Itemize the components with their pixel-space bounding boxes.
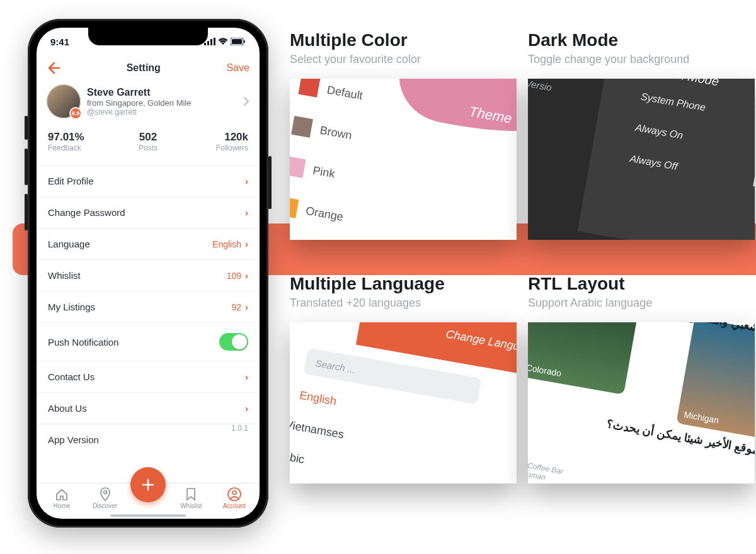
swatch-icon bbox=[291, 116, 313, 138]
user-icon bbox=[227, 487, 241, 501]
feature-multiple-language: Multiple Language Translated +20 languag… bbox=[290, 274, 523, 483]
row-label: Contact Us bbox=[48, 371, 94, 382]
preview-theme: Theme Default Brown Pink Orange bbox=[290, 79, 517, 240]
push-toggle[interactable] bbox=[219, 333, 248, 351]
avatar: 8.9 bbox=[47, 84, 81, 118]
page-title: Setting bbox=[127, 62, 161, 74]
nav-account[interactable]: Account bbox=[215, 487, 253, 509]
feature-dark-mode: Dark Mode Toggle change your background … bbox=[528, 30, 756, 240]
chevron-right-icon: › bbox=[245, 239, 248, 249]
feature-sub: Select your favourite color bbox=[290, 53, 523, 66]
chevron-right-icon: › bbox=[245, 371, 248, 382]
svg-rect-5 bbox=[232, 39, 242, 44]
row-label: Push Notification bbox=[48, 337, 119, 348]
profile-name: Steve Garrett bbox=[87, 87, 191, 98]
wifi-icon bbox=[218, 38, 228, 45]
profile-location: from Singapore, Golden Mile bbox=[87, 98, 191, 108]
profile-handle: @steve.garrett bbox=[87, 108, 191, 116]
lang-option-vietnamese[interactable]: Vietnamses bbox=[290, 418, 345, 441]
row-whislist[interactable]: Whislist 109› bbox=[37, 260, 260, 291]
app-header: Setting Save bbox=[37, 55, 260, 82]
svg-rect-6 bbox=[244, 40, 245, 43]
svg-rect-2 bbox=[210, 39, 212, 45]
theme-option-brown[interactable]: Brown bbox=[291, 116, 353, 145]
rtl-card-michigan[interactable]: Michigan bbox=[676, 322, 755, 444]
row-label: Whislist bbox=[48, 270, 81, 281]
save-button[interactable]: Save bbox=[227, 62, 249, 74]
feature-title: RTL Layout bbox=[528, 274, 756, 294]
pin-icon bbox=[100, 487, 111, 501]
svg-rect-0 bbox=[204, 43, 206, 45]
settings-list: Edit Profile › Change Password › Languag… bbox=[37, 166, 260, 455]
chevron-right-icon: › bbox=[245, 270, 248, 281]
row-label: My Listings bbox=[48, 302, 95, 312]
nav-home[interactable]: Home bbox=[43, 489, 81, 509]
row-language[interactable]: Language English› bbox=[37, 229, 260, 260]
swatch-icon bbox=[290, 196, 299, 218]
feature-sub: Translated +20 languages bbox=[290, 297, 523, 310]
swatch-icon bbox=[290, 156, 306, 178]
lang-option-english[interactable]: English bbox=[299, 388, 338, 408]
dark-side-labels: Font Versio bbox=[528, 79, 558, 101]
row-push-notification: Push Notification bbox=[37, 323, 260, 361]
stats-row: 97.01% Feedback 502 Posts 120k Followers bbox=[37, 126, 260, 166]
feature-title: Multiple Color bbox=[290, 30, 523, 50]
lang-title: Change Language bbox=[445, 327, 517, 356]
stat-posts: 502 Posts bbox=[115, 131, 181, 152]
nav-discover[interactable]: Discover bbox=[86, 487, 124, 509]
row-value: English bbox=[212, 239, 241, 249]
feature-title: Multiple Language bbox=[290, 274, 523, 294]
row-value: 109 bbox=[227, 271, 241, 281]
row-contact-us[interactable]: Contact Us › bbox=[37, 361, 260, 393]
stat-followers: 120k Followers bbox=[181, 131, 248, 152]
stat-feedback: 97.01% Feedback bbox=[48, 131, 115, 152]
profile-row[interactable]: 8.9 Steve Garrett from Singapore, Golden… bbox=[37, 82, 260, 126]
rtl-left-card[interactable]: Lounge Coffee Bar Arts & Human bbox=[528, 456, 564, 483]
home-icon bbox=[55, 489, 69, 501]
row-label: Language bbox=[48, 239, 90, 249]
swatch-icon bbox=[298, 79, 320, 98]
phone-notch bbox=[88, 28, 208, 45]
feature-multiple-color: Multiple Color Select your favourite col… bbox=[290, 30, 523, 240]
battery-icon bbox=[231, 38, 246, 45]
chevron-right-icon bbox=[243, 96, 249, 106]
home-indicator bbox=[110, 514, 186, 517]
feature-rtl-layout: RTL Layout Support Arabic language Color… bbox=[528, 274, 756, 483]
theme-option-pink[interactable]: Pink bbox=[290, 156, 336, 183]
checkbox-icon bbox=[753, 175, 755, 188]
theme-option-orange[interactable]: Orange bbox=[290, 196, 345, 227]
back-arrow-icon[interactable] bbox=[47, 62, 60, 74]
svg-point-7 bbox=[103, 491, 106, 494]
row-change-password[interactable]: Change Password › bbox=[37, 197, 260, 229]
nav-whislist[interactable]: Whislist bbox=[172, 487, 210, 509]
svg-rect-1 bbox=[207, 41, 209, 45]
lang-option-arabic[interactable]: Arabic bbox=[290, 448, 306, 466]
phone-mock: 9:41 Setting Save bbox=[28, 19, 268, 528]
row-label: App Version bbox=[48, 434, 99, 445]
preview-dark-mode: Font Versio Dark Mode System Phone Alway… bbox=[528, 79, 755, 240]
svg-point-9 bbox=[232, 491, 236, 495]
preview-language: ‹ Change Language Search ... English Vie… bbox=[290, 322, 517, 483]
bookmark-icon bbox=[186, 487, 196, 501]
app-version-value: 1.0.1 bbox=[231, 424, 248, 432]
row-edit-profile[interactable]: Edit Profile › bbox=[37, 166, 260, 197]
feature-sub: Support Arabic language bbox=[528, 297, 756, 310]
row-label: Edit Profile bbox=[48, 176, 94, 186]
row-label: About Us bbox=[48, 403, 87, 414]
plus-icon bbox=[141, 478, 155, 492]
svg-rect-3 bbox=[214, 38, 215, 45]
row-about-us[interactable]: About Us › 1.0.1 bbox=[37, 393, 260, 424]
fab-add-button[interactable] bbox=[130, 467, 166, 502]
rtl-card-colorado[interactable]: Colorado bbox=[528, 322, 641, 395]
row-label: Change Password bbox=[48, 207, 125, 218]
feature-title: Dark Mode bbox=[528, 30, 756, 50]
status-time: 9:41 bbox=[50, 37, 69, 47]
row-app-version: App Version bbox=[37, 424, 260, 455]
chevron-right-icon: › bbox=[245, 403, 248, 414]
bottom-nav: Home Discover Whislist Account bbox=[37, 483, 260, 514]
chevron-right-icon: › bbox=[245, 176, 248, 186]
chevron-right-icon: › bbox=[245, 302, 248, 312]
row-my-listings[interactable]: My Listings 92› bbox=[37, 291, 260, 323]
row-value: 92 bbox=[231, 302, 241, 312]
theme-option-default[interactable]: Default bbox=[298, 79, 364, 105]
